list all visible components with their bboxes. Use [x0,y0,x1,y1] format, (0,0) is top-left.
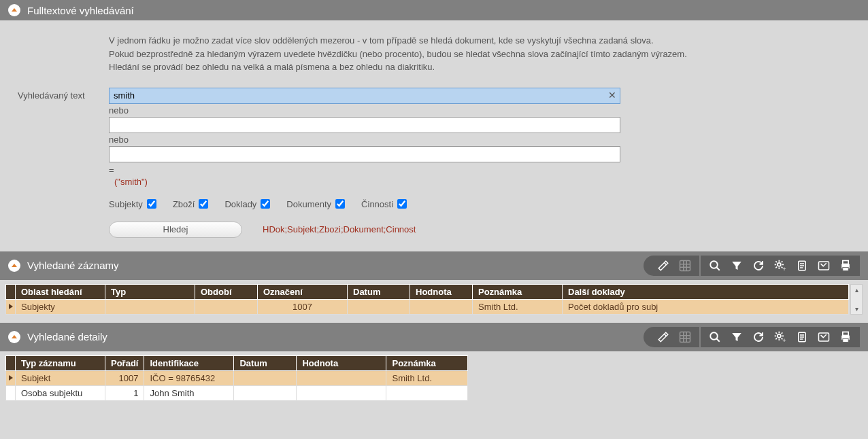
panel-header-details: Vyhledané detaily + [0,323,868,351]
col-header[interactable]: Oblast hledání [16,284,105,299]
scroll-down-icon[interactable]: ▾ [855,304,858,314]
row-caret-icon [6,299,16,314]
cell-dalsi: Počet dokladů pro subj [563,299,849,314]
col-header[interactable]: Datum [348,284,410,299]
svg-rect-18 [843,260,848,264]
col-header[interactable]: Poznámka [473,284,563,299]
cell-poradi: 1007 [105,370,144,385]
svg-marker-0 [12,8,17,12]
print-icon[interactable] [838,258,853,273]
table-row[interactable]: Subjekt1007IČO = 98765432Smith Ltd. [6,370,468,385]
cell-oznaceni: 1007 [258,299,348,314]
svg-text:+: + [782,337,786,344]
results-grid: Oblast hledání Typ Období Označení Datum… [5,284,849,315]
search-input-3[interactable] [109,146,620,162]
col-header[interactable]: Typ [105,284,195,299]
svg-rect-22 [680,332,690,342]
check-cinnosti[interactable]: Činnosti [361,199,407,209]
cell-datum [234,370,297,385]
export-icon[interactable] [816,330,831,345]
search-icon[interactable] [707,330,722,345]
svg-line-16 [821,264,823,266]
col-header[interactable]: Typ záznamu [16,355,105,370]
edit-icon[interactable] [656,258,671,273]
help-line: V jednom řádku je možno zadat více slov … [109,34,861,48]
col-header[interactable]: Období [195,284,258,299]
check-subjekty[interactable]: Subjekty [109,199,156,209]
edit-icon[interactable] [656,330,671,345]
result-expression: ("smith") [114,177,861,187]
svg-marker-40 [9,375,13,381]
cell-poznamka [386,385,468,400]
svg-line-36 [821,335,823,337]
svg-text:+: + [782,266,786,273]
cell-oblast: Subjekty [16,299,105,314]
svg-rect-19 [843,267,848,270]
panel-header-results: Vyhledané záznamy + [0,251,868,280]
clipboard-icon[interactable] [795,258,809,273]
svg-point-27 [710,332,718,340]
search-icon[interactable] [707,258,722,273]
col-header[interactable]: Hodnota [410,284,473,299]
refresh-icon[interactable] [751,258,766,273]
details-grid: Typ záznamu Pořadí Identifikace Datum Ho… [5,355,468,401]
check-zbozi[interactable]: Zboží [173,199,209,209]
collapse-icon[interactable] [8,4,20,16]
search-button[interactable]: Hledej [109,222,242,238]
col-header[interactable]: Poznámka [386,355,468,370]
search-input-1[interactable] [109,88,620,104]
cell-hodnota [297,370,386,385]
svg-point-29 [778,334,781,337]
help-line: Pokud bezprostředně za hledaným výrazem … [109,48,861,61]
collapse-icon[interactable] [8,260,20,272]
scroll-up-icon[interactable]: ▴ [855,285,858,295]
cell-typ: Subjekt [16,370,105,385]
cell-typ: Osoba subjektu [16,385,105,400]
svg-rect-38 [843,332,848,335]
col-header[interactable]: Další doklady [563,284,849,299]
cell-poradi: 1 [105,385,144,400]
table-row[interactable]: Osoba subjektu1John Smith [6,385,468,400]
filter-icon[interactable] [729,330,744,345]
svg-marker-21 [12,335,17,338]
clear-icon[interactable]: ✕ [608,90,616,101]
print-icon[interactable] [838,330,853,345]
clipboard-icon[interactable] [795,330,809,345]
help-text: V jednom řádku je možno zadat více slov … [109,34,861,74]
vertical-scrollbar[interactable]: ▴ ▾ [850,284,863,315]
search-input-2[interactable] [109,117,620,133]
panel-title: Vyhledané detaily [27,331,107,343]
col-header[interactable]: Pořadí [105,355,144,370]
table-row[interactable]: Subjekty1007Smith Ltd.Počet dokladů pro … [6,299,849,314]
grid-icon[interactable] [678,258,692,273]
col-header[interactable]: Identifikace [144,355,234,370]
grid-icon[interactable] [678,330,692,345]
gear-plus-icon[interactable]: + [773,258,788,273]
svg-point-9 [778,262,781,266]
cell-ident: John Smith [144,385,234,400]
cell-obdobi [195,299,258,314]
check-doklady[interactable]: Doklady [224,199,270,209]
export-icon[interactable] [816,258,831,273]
panel-header-search: Fulltextové vyhledávání [0,0,868,20]
filter-icon[interactable] [729,258,744,273]
cell-ident: IČO = 98765432 [144,370,234,385]
help-line: Hledání se provádí bez ohledu na velká a… [109,60,861,74]
equals-label: = [109,165,861,175]
refresh-icon[interactable] [751,330,766,345]
collapse-icon[interactable] [8,331,20,343]
gear-plus-icon[interactable]: + [773,330,788,345]
svg-marker-20 [9,304,13,309]
cell-hodnota [410,299,473,314]
row-caret-icon [6,370,16,385]
cell-datum [234,385,297,400]
cell-poznamka: Smith Ltd. [473,299,563,314]
col-header[interactable]: Hodnota [297,355,386,370]
col-header[interactable]: Datum [234,355,297,370]
cell-datum [348,299,410,314]
check-dokumenty[interactable]: Dokumenty [286,199,345,209]
col-header[interactable]: Označení [258,284,348,299]
search-form: V jednom řádku je možno zadat více slov … [0,20,868,251]
svg-marker-1 [12,264,17,267]
or-label: nebo [109,105,861,116]
